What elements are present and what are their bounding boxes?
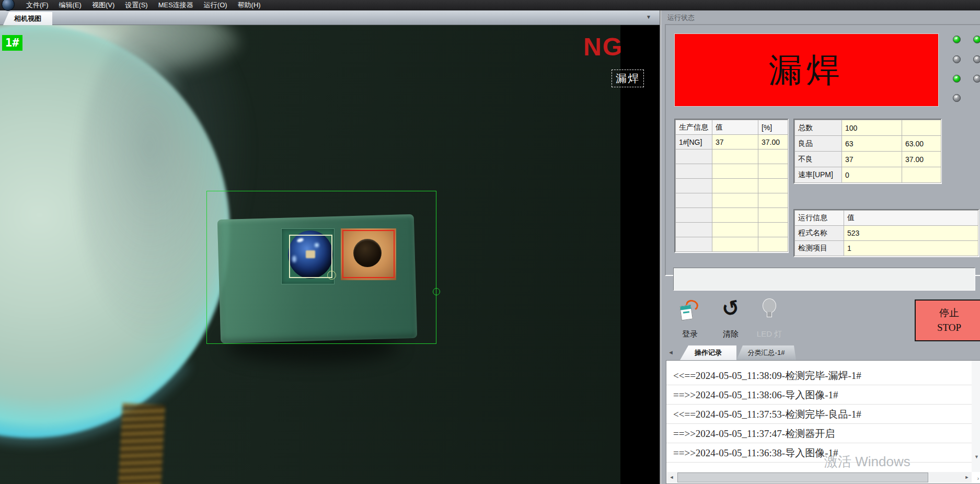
table-row: 不良 37 37.00 — [795, 152, 941, 167]
menu-item-settings[interactable]: 设置(S) — [120, 0, 153, 10]
camera-viewport: 1# NG 漏焊 — [0, 25, 660, 484]
table-row — [676, 179, 788, 193]
log-entry: ==>>2024-05-05_11:36:38-导入图像-1# — [666, 443, 972, 463]
tab-class-summary[interactable]: 分类汇总-1# — [736, 345, 796, 360]
roi-rectangle[interactable] — [206, 191, 436, 344]
led-indicator-off — [953, 55, 961, 63]
table-cell: 1 — [844, 241, 978, 256]
table-row: 检测项目 1 — [795, 241, 978, 256]
id-badge-icon — [681, 300, 699, 325]
menu-item-mes-connector[interactable]: MES连接器 — [153, 0, 199, 10]
tab-scroll-left-icon[interactable]: ◄ — [668, 349, 674, 355]
table-header-row: 运行信息 值 — [795, 211, 978, 226]
gold-connector — [118, 403, 166, 484]
clear-arrow-icon: ↺ — [710, 292, 751, 325]
table-cell: 37 — [842, 152, 902, 167]
message-box — [673, 268, 975, 291]
defect-banner-text: 漏焊 — [769, 48, 844, 93]
activate-windows-watermark: 激活 Windows — [824, 453, 910, 471]
tab-camera-view[interactable]: 相机视图 — [3, 12, 52, 25]
table-cell: 速率[UPM] — [795, 167, 842, 183]
table-cell — [676, 208, 712, 223]
led-indicator-off — [973, 55, 980, 63]
table-cell — [758, 149, 788, 164]
table-row — [676, 237, 788, 252]
table-header-cell: 值 — [844, 211, 978, 226]
roi-handle[interactable] — [433, 288, 440, 295]
result-ng-text: NG — [583, 32, 623, 61]
run-status-panel: 运行状态 漏焊 生产信息 值 [%] 1#[NG] 37 37.00 — [661, 10, 980, 484]
table-cell — [902, 120, 941, 136]
roi-marker-circle — [327, 271, 336, 280]
scroll-right-icon[interactable]: ► — [962, 472, 972, 483]
production-info-table: 生产信息 值 [%] 1#[NG] 37 37.00 — [674, 119, 789, 253]
vertical-scrollbar[interactable]: ▼ — [972, 361, 980, 472]
table-cell — [676, 179, 712, 193]
table-cell — [712, 149, 758, 164]
table-cell — [712, 208, 758, 223]
statistics-table: 总数 100 良品 63 63.00 不良 37 37.00 速率[UPM] 0 — [793, 119, 942, 184]
menu-item-file[interactable]: 文件(F) — [21, 0, 54, 10]
table-row — [676, 193, 788, 208]
table-header-cell: [%] — [758, 120, 788, 135]
table-cell — [758, 208, 788, 223]
defect-tag-label: 漏焊 — [612, 70, 644, 87]
led-indicator-on — [973, 36, 980, 43]
login-button[interactable]: 登录 — [672, 297, 708, 345]
clear-button[interactable]: ↺ 清除 — [712, 297, 749, 345]
table-cell: 检测项目 — [795, 241, 844, 256]
log-entry: <<==2024-05-05_11:37:53-检测完毕-良品-1# — [666, 405, 972, 424]
camera-tab-bar: 相机视图 ▼ — [0, 10, 660, 25]
table-header-cell: 运行信息 — [795, 211, 844, 226]
table-cell — [902, 167, 941, 183]
table-cell: 523 — [844, 226, 978, 241]
table-row: 良品 63 63.00 — [795, 136, 941, 152]
menu-item-help[interactable]: 帮助(H) — [233, 0, 266, 10]
panel-title: 运行状态 — [667, 13, 695, 22]
app-logo-icon — [2, 0, 15, 11]
table-header-row: 生产信息 值 [%] — [676, 120, 788, 135]
operation-log-box: <<==2024-05-05_11:38:09-检测完毕-漏焊-1# ==>>2… — [666, 360, 980, 484]
stop-button-cn: 停止 — [939, 306, 959, 320]
led-indicator-on — [953, 75, 961, 83]
scrollbar-thumb[interactable] — [677, 473, 928, 482]
table-cell: 0 — [842, 167, 902, 183]
stop-button[interactable]: 停止 STOP — [915, 299, 980, 341]
run-info-table: 运行信息 值 程式名称 523 检测项目 1 — [793, 209, 979, 257]
menu-item-view[interactable]: 视图(V) — [87, 0, 120, 10]
defect-banner: 漏焊 — [674, 33, 939, 107]
tab-operation-log[interactable]: 操作记录 — [680, 345, 736, 360]
clear-button-label: 清除 — [712, 329, 749, 339]
light-bulb-icon — [763, 299, 776, 320]
table-header-cell: 生产信息 — [676, 120, 712, 135]
table-cell: 100 — [842, 120, 902, 136]
login-button-label: 登录 — [672, 329, 708, 339]
menu-items: 文件(F) 编辑(E) 视图(V) 设置(S) MES连接器 运行(O) 帮助(… — [21, 0, 266, 10]
table-cell — [676, 149, 712, 164]
menu-item-run[interactable]: 运行(O) — [199, 0, 233, 10]
scroll-corner-icon: › — [977, 476, 979, 481]
table-row: 1#[NG] 37 37.00 — [676, 135, 788, 149]
log-entry: ==>>2024-05-05_11:37:47-检测器开启 — [666, 424, 972, 443]
scroll-down-icon[interactable]: ▼ — [974, 454, 979, 459]
table-cell: 37.00 — [758, 135, 788, 149]
table-cell — [712, 179, 758, 193]
led-light-button[interactable]: LED 灯 — [751, 297, 788, 345]
chevron-down-icon[interactable]: ▼ — [646, 14, 651, 20]
table-row — [676, 208, 788, 223]
table-cell: 1#[NG] — [676, 135, 712, 149]
table-cell — [676, 237, 712, 252]
table-cell: 37.00 — [902, 152, 941, 167]
table-cell: 63.00 — [902, 136, 941, 152]
led-indicator-on — [953, 36, 961, 43]
scroll-left-icon[interactable]: ◄ — [667, 472, 676, 483]
table-row: 程式名称 523 — [795, 226, 978, 241]
table-cell: 不良 — [795, 152, 842, 167]
menu-item-edit[interactable]: 编辑(E) — [54, 0, 87, 10]
table-header-cell: 值 — [712, 120, 758, 135]
table-cell: 良品 — [795, 136, 842, 152]
table-cell: 37 — [712, 135, 758, 149]
table-cell: 总数 — [795, 120, 842, 136]
led-indicator-off — [973, 75, 980, 83]
horizontal-scrollbar[interactable]: ◄ ► — [667, 472, 972, 483]
